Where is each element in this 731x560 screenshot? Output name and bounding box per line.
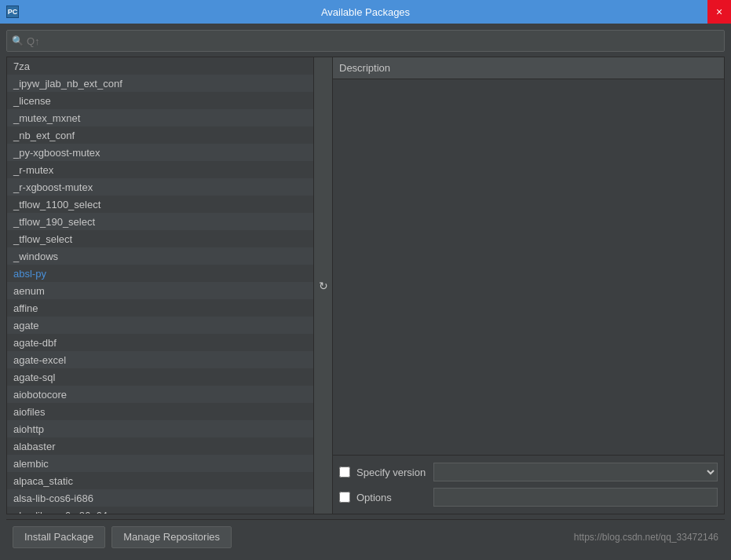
search-icon: 🔍 xyxy=(12,35,24,46)
list-item[interactable]: _r-xgboost-mutex xyxy=(7,178,313,196)
list-item[interactable]: agate-sql xyxy=(7,368,313,386)
search-bar: 🔍 xyxy=(6,30,725,52)
list-item[interactable]: agate-excel xyxy=(7,351,313,368)
list-item[interactable]: absl-py xyxy=(7,265,313,282)
right-panel: Description Specify version Options xyxy=(333,57,724,514)
list-item[interactable]: aenum xyxy=(7,282,313,299)
main-panel: 7za_ipyw_jlab_nb_ext_conf_license_mutex_… xyxy=(6,57,725,514)
specify-version-row: Specify version xyxy=(339,462,718,482)
package-list[interactable]: 7za_ipyw_jlab_nb_ext_conf_license_mutex_… xyxy=(7,57,313,514)
install-package-button[interactable]: Install Package xyxy=(13,526,105,548)
window-title: Available Packages xyxy=(321,6,410,18)
search-input[interactable] xyxy=(27,35,719,47)
app-icon: PC xyxy=(6,5,19,18)
list-item[interactable]: affine xyxy=(7,299,313,317)
list-item[interactable]: _r-mutex xyxy=(7,161,313,178)
list-item[interactable]: alsa-lib-cos6-i686 xyxy=(7,489,313,507)
list-item[interactable]: aiohttp xyxy=(7,420,313,437)
refresh-icon: ↻ xyxy=(319,280,328,292)
options-checkbox[interactable] xyxy=(339,492,350,503)
content-area: 🔍 7za_ipyw_jlab_nb_ext_conf_license_mute… xyxy=(0,24,731,560)
specify-version-label: Specify version xyxy=(356,467,427,478)
list-item[interactable]: alpaca_static xyxy=(7,472,313,489)
version-select[interactable] xyxy=(433,463,718,481)
list-item[interactable]: agate xyxy=(7,317,313,334)
list-item[interactable]: _nb_ext_conf xyxy=(7,126,313,144)
list-item[interactable]: aiofiles xyxy=(7,403,313,420)
right-bottom: Specify version Options xyxy=(333,455,724,514)
description-content xyxy=(333,79,724,455)
list-item[interactable]: _mutex_mxnet xyxy=(7,109,313,126)
list-item[interactable]: agate-dbf xyxy=(7,334,313,351)
bottom-buttons: Install Package Manage Repositories xyxy=(13,526,232,548)
bottom-link: https://blog.csdn.net/qq_33472146 xyxy=(574,532,718,543)
description-header: Description xyxy=(333,57,724,79)
list-item[interactable]: _license xyxy=(7,92,313,109)
options-label: Options xyxy=(356,492,427,503)
close-button[interactable]: × xyxy=(707,0,731,24)
bottom-bar: Install Package Manage Repositories http… xyxy=(6,519,725,554)
list-item[interactable]: _tflow_1100_select xyxy=(7,196,313,213)
list-item[interactable]: _tflow_select xyxy=(7,230,313,247)
list-item[interactable]: 7za xyxy=(7,57,313,75)
list-item[interactable]: _windows xyxy=(7,247,313,265)
description-label: Description xyxy=(339,62,390,74)
list-item[interactable]: _py-xgboost-mutex xyxy=(7,144,313,161)
list-with-refresh: 7za_ipyw_jlab_nb_ext_conf_license_mutex_… xyxy=(7,57,332,514)
left-panel: 7za_ipyw_jlab_nb_ext_conf_license_mutex_… xyxy=(7,57,333,514)
list-item[interactable]: alembic xyxy=(7,455,313,472)
list-item[interactable]: _ipyw_jlab_nb_ext_conf xyxy=(7,75,313,92)
list-item[interactable]: alabaster xyxy=(7,437,313,455)
refresh-button[interactable]: ↻ xyxy=(313,57,332,514)
title-bar: PC Available Packages × xyxy=(0,0,731,24)
options-row: Options xyxy=(339,487,718,507)
list-item[interactable]: _tflow_190_select xyxy=(7,213,313,230)
options-input[interactable] xyxy=(433,488,718,507)
manage-repositories-button[interactable]: Manage Repositories xyxy=(111,526,232,548)
main-window: PC Available Packages × 🔍 7za_ipyw_jlab_… xyxy=(0,0,731,560)
specify-version-checkbox[interactable] xyxy=(339,467,350,478)
list-item[interactable]: alsa-lib-cos6-x86_64 xyxy=(7,507,313,514)
list-item[interactable]: aiobotocore xyxy=(7,386,313,403)
